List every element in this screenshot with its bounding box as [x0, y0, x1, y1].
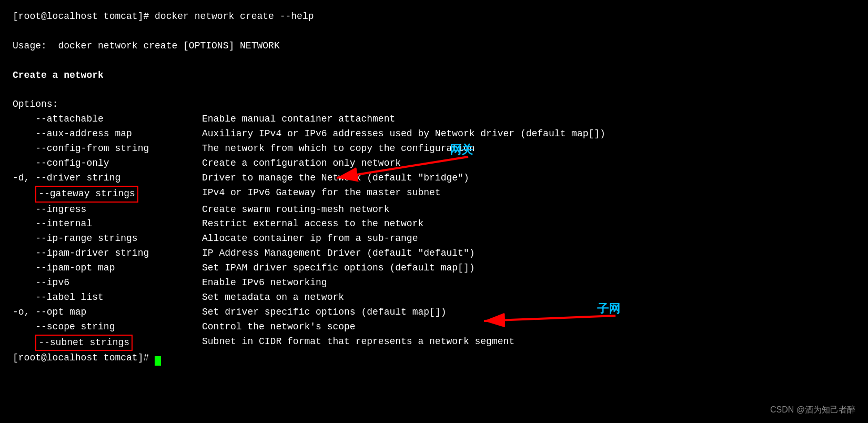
option-desc-3: Create a configuration only network [191, 156, 401, 171]
option-name-6: --ingress [13, 203, 191, 217]
prompt-line-1: [root@localhost tomcat]# docker network … [13, 9, 855, 24]
options-list: --attachableEnable manual container atta… [13, 112, 855, 351]
blank-line-1 [13, 24, 855, 39]
option-row-15: --subnet stringsSubnet in CIDR format th… [13, 335, 855, 351]
watermark: CSDN @酒为知己者醉 [770, 405, 855, 416]
blank-line-2 [13, 54, 855, 68]
option-desc-14: Control the network's scope [191, 320, 356, 335]
description-line: Create a network [13, 68, 855, 83]
option-name-14: --scope string [13, 320, 191, 335]
option-row-14: --scope stringControl the network's scop… [13, 320, 855, 335]
option-desc-5: IPv4 or IPv6 Gateway for the master subn… [191, 186, 441, 203]
option-name-4: -d, --driver string [13, 171, 191, 186]
option-desc-9: IP Address Management Driver (default "d… [191, 246, 475, 261]
option-row-9: --ipam-driver stringIP Address Managemen… [13, 246, 855, 261]
option-name-0: --attachable [13, 112, 191, 127]
option-desc-2: The network from which to copy the confi… [191, 142, 475, 156]
annotation-subnet: 子网 [597, 301, 620, 317]
option-row-6: --ingressCreate swarm routing-mesh netwo… [13, 203, 855, 217]
option-name-15: --subnet strings [13, 335, 191, 351]
prompt-line-2: [root@localhost tomcat]# [13, 351, 855, 366]
option-row-8: --ip-range stringsAllocate container ip … [13, 231, 855, 246]
option-row-5: --gateway stringsIPv4 or IPv6 Gateway fo… [13, 186, 855, 203]
option-row-13: -o, --opt mapSet driver specific options… [13, 305, 855, 320]
option-desc-13: Set driver specific options (default map… [191, 305, 446, 320]
terminal-window: [root@localhost tomcat]# docker network … [0, 0, 868, 375]
option-name-7: --internal [13, 217, 191, 231]
option-name-11: --ipv6 [13, 276, 191, 290]
option-desc-7: Restrict external access to the network [191, 217, 423, 231]
annotation-gateway: 网关 [450, 142, 473, 158]
option-desc-11: Enable IPv6 networking [191, 276, 327, 290]
option-name-8: --ip-range strings [13, 231, 191, 246]
option-name-5: --gateway strings [13, 186, 191, 203]
option-row-10: --ipam-opt mapSet IPAM driver specific o… [13, 261, 855, 276]
option-desc-6: Create swarm routing-mesh network [191, 203, 389, 217]
option-desc-10: Set IPAM driver specific options (defaul… [191, 261, 475, 276]
option-row-11: --ipv6Enable IPv6 networking [13, 276, 855, 290]
option-row-12: --label listSet metadata on a network [13, 290, 855, 305]
option-name-1: --aux-address map [13, 127, 191, 142]
option-row-1: --aux-address mapAuxiliary IPv4 or IPv6 … [13, 127, 855, 142]
option-row-2: --config-from stringThe network from whi… [13, 142, 855, 156]
blank-line-3 [13, 83, 855, 97]
option-row-4: -d, --driver stringDriver to manage the … [13, 171, 855, 186]
option-name-10: --ipam-opt map [13, 261, 191, 276]
option-row-7: --internalRestrict external access to th… [13, 217, 855, 231]
option-row-3: --config-onlyCreate a configuration only… [13, 156, 855, 171]
option-desc-8: Allocate container ip from a sub-range [191, 231, 418, 246]
option-row-0: --attachableEnable manual container atta… [13, 112, 855, 127]
option-desc-12: Set metadata on a network [191, 290, 344, 305]
cursor [155, 356, 161, 366]
option-name-9: --ipam-driver string [13, 246, 191, 261]
option-name-13: -o, --opt map [13, 305, 191, 320]
option-desc-15: Subnet in CIDR format that represents a … [191, 335, 514, 351]
option-desc-4: Driver to manage the Network (default "b… [191, 171, 469, 186]
option-name-12: --label list [13, 290, 191, 305]
option-name-2: --config-from string [13, 142, 191, 156]
options-header: Options: [13, 97, 855, 112]
option-name-3: --config-only [13, 156, 191, 171]
usage-line: Usage: docker network create [OPTIONS] N… [13, 39, 855, 54]
option-desc-1: Auxiliary IPv4 or IPv6 addresses used by… [191, 127, 605, 142]
option-desc-0: Enable manual container attachment [191, 112, 395, 127]
